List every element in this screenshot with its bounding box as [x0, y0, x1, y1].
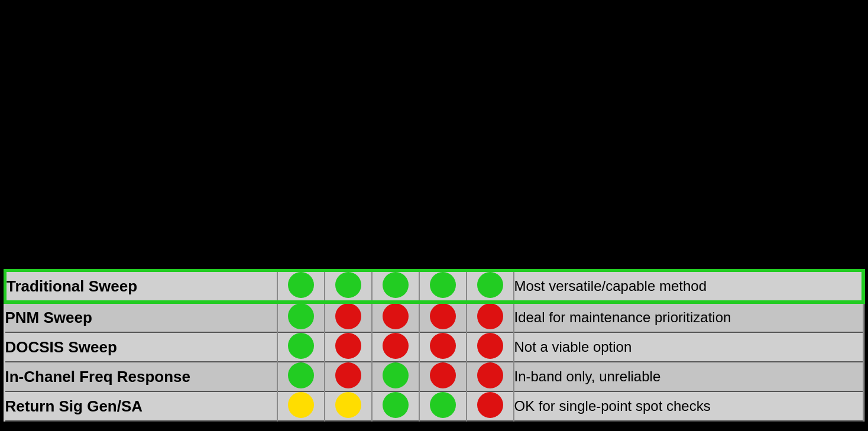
dot-cell-return-sig-gen-4 — [467, 391, 514, 421]
dot-cell-pnm-sweep-3 — [419, 302, 467, 333]
dot-red-return-sig-gen-4 — [477, 392, 503, 418]
dot-green-docsis-sweep-0 — [288, 333, 314, 359]
dot-cell-return-sig-gen-1 — [325, 391, 372, 421]
dot-cell-pnm-sweep-2 — [372, 302, 419, 333]
row-label-pnm-sweep: PNM Sweep — [5, 302, 277, 333]
dot-cell-in-channel-freq-3 — [419, 362, 467, 391]
dot-red-pnm-sweep-2 — [383, 303, 409, 329]
dot-red-docsis-sweep-1 — [335, 333, 361, 359]
dot-green-in-channel-freq-2 — [383, 362, 409, 388]
dot-cell-docsis-sweep-0 — [277, 332, 325, 362]
description-return-sig-gen: OK for single-point spot checks — [514, 391, 863, 421]
dot-cell-traditional-sweep-1 — [325, 271, 372, 302]
dot-green-return-sig-gen-3 — [430, 392, 456, 418]
dot-red-docsis-sweep-3 — [430, 333, 456, 359]
table-row-docsis-sweep: DOCSIS SweepNot a viable option — [5, 332, 863, 362]
dot-cell-pnm-sweep-0 — [277, 302, 325, 333]
table-row-pnm-sweep: PNM SweepIdeal for maintenance prioritiz… — [5, 302, 863, 333]
dot-red-pnm-sweep-3 — [430, 303, 456, 329]
dot-cell-docsis-sweep-2 — [372, 332, 419, 362]
dot-green-traditional-sweep-1 — [335, 272, 361, 298]
dot-red-in-channel-freq-4 — [477, 362, 503, 388]
dot-red-docsis-sweep-4 — [477, 333, 503, 359]
comparison-table: Traditional SweepMost versatile/capable … — [4, 269, 864, 422]
description-pnm-sweep: Ideal for maintenance prioritization — [514, 302, 863, 333]
table-wrapper: Traditional SweepMost versatile/capable … — [0, 269, 868, 425]
dot-cell-docsis-sweep-3 — [419, 332, 467, 362]
dot-green-traditional-sweep-0 — [288, 272, 314, 298]
dot-cell-docsis-sweep-1 — [325, 332, 372, 362]
table-row-traditional-sweep: Traditional SweepMost versatile/capable … — [5, 271, 863, 302]
page-container: Traditional SweepMost versatile/capable … — [0, 0, 868, 431]
row-label-docsis-sweep: DOCSIS Sweep — [5, 332, 277, 362]
dot-cell-in-channel-freq-2 — [372, 362, 419, 391]
table-row-in-channel-freq: In-Chanel Freq ResponseIn-band only, unr… — [5, 362, 863, 391]
row-label-in-channel-freq: In-Chanel Freq Response — [5, 362, 277, 391]
dot-cell-pnm-sweep-4 — [467, 302, 514, 333]
row-label-return-sig-gen: Return Sig Gen/SA — [5, 391, 277, 421]
dot-cell-docsis-sweep-4 — [467, 332, 514, 362]
dot-yellow-return-sig-gen-1 — [335, 392, 361, 418]
dot-green-return-sig-gen-2 — [383, 392, 409, 418]
dot-red-in-channel-freq-3 — [430, 362, 456, 388]
dot-red-in-channel-freq-1 — [335, 362, 361, 388]
row-label-traditional-sweep: Traditional Sweep — [5, 271, 277, 302]
dot-cell-in-channel-freq-0 — [277, 362, 325, 391]
dot-cell-return-sig-gen-3 — [419, 391, 467, 421]
dot-cell-in-channel-freq-4 — [467, 362, 514, 391]
dot-cell-return-sig-gen-2 — [372, 391, 419, 421]
dot-cell-pnm-sweep-1 — [325, 302, 372, 333]
dot-green-traditional-sweep-3 — [430, 272, 456, 298]
description-in-channel-freq: In-band only, unreliable — [514, 362, 863, 391]
description-docsis-sweep: Not a viable option — [514, 332, 863, 362]
dot-cell-traditional-sweep-4 — [467, 271, 514, 302]
dot-red-pnm-sweep-1 — [335, 303, 361, 329]
dot-green-traditional-sweep-2 — [383, 272, 409, 298]
dot-green-pnm-sweep-0 — [288, 303, 314, 329]
dot-cell-return-sig-gen-0 — [277, 391, 325, 421]
dot-cell-traditional-sweep-3 — [419, 271, 467, 302]
dot-red-pnm-sweep-4 — [477, 303, 503, 329]
description-traditional-sweep: Most versatile/capable method — [514, 271, 863, 302]
dot-cell-traditional-sweep-0 — [277, 271, 325, 302]
dot-green-in-channel-freq-0 — [288, 362, 314, 388]
dot-red-docsis-sweep-2 — [383, 333, 409, 359]
table-row-return-sig-gen: Return Sig Gen/SAOK for single-point spo… — [5, 391, 863, 421]
dot-cell-in-channel-freq-1 — [325, 362, 372, 391]
dot-cell-traditional-sweep-2 — [372, 271, 419, 302]
dot-yellow-return-sig-gen-0 — [288, 392, 314, 418]
dot-green-traditional-sweep-4 — [477, 272, 503, 298]
